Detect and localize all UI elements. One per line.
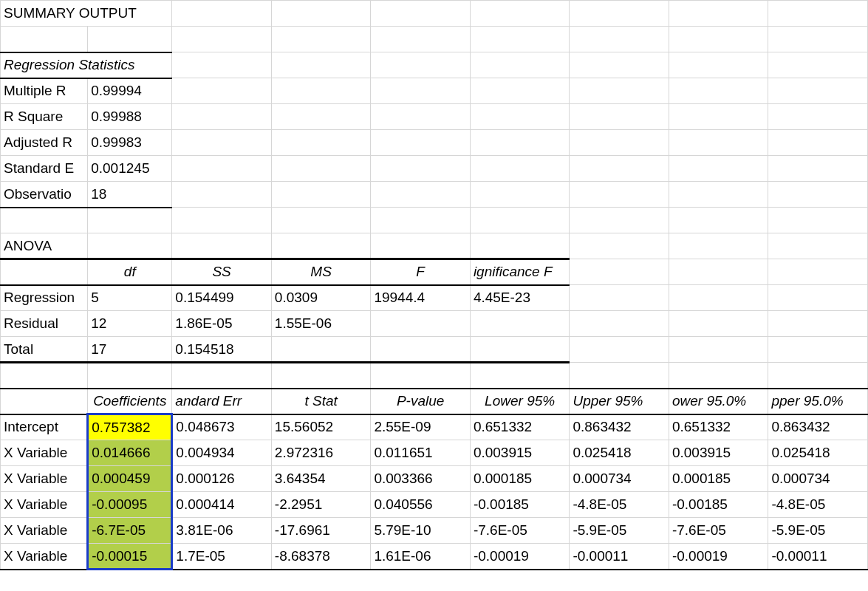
coef-cell: 0.004934: [172, 440, 272, 466]
coef-cell: 0.000185: [470, 466, 570, 492]
anova-cell: 19944.4: [371, 285, 471, 311]
coef-cell[interactable]: -6.7E-05: [88, 518, 172, 544]
coef-cell: -5.9E-05: [570, 518, 669, 544]
coef-row-label: X Variable: [1, 466, 88, 492]
coef-cell: 0.025418: [768, 440, 868, 466]
anova-header-ss: SS: [172, 259, 272, 285]
regstats-label: Multiple R: [1, 78, 88, 104]
coef-header-p: P-value: [371, 389, 471, 414]
coef-cell: 5.79E-10: [371, 518, 471, 544]
coef-cell: 2.55E-09: [371, 414, 471, 440]
anova-cell: [470, 337, 570, 363]
coef-row-label: X Variable: [1, 544, 88, 570]
anova-cell: [371, 337, 471, 363]
coef-cell: 1.7E-05: [172, 544, 272, 570]
anova-header-f: F: [371, 259, 471, 285]
coef-cell: 0.000734: [768, 466, 868, 492]
coef-cell[interactable]: 0.757382: [88, 414, 172, 440]
coef-header-l95: Lower 95%: [470, 389, 570, 414]
anova-cell: 0.154499: [172, 285, 272, 311]
coef-cell: -4.8E-05: [768, 492, 868, 518]
coef-cell: 0.863432: [768, 414, 868, 440]
regstats-value: 0.99983: [88, 130, 172, 156]
coef-cell[interactable]: -0.00015: [88, 544, 172, 570]
coef-cell: -4.8E-05: [570, 492, 669, 518]
coef-cell: 0.651332: [669, 414, 768, 440]
coef-cell: 3.81E-06: [172, 518, 272, 544]
regstats-value: 0.001245: [88, 156, 172, 182]
coef-cell[interactable]: 0.014666: [88, 440, 172, 466]
regstats-label: Observatio: [1, 182, 88, 208]
coef-cell: -0.00019: [669, 544, 768, 570]
coef-cell: 0.048673: [172, 414, 272, 440]
anova-row-label: Total: [1, 337, 88, 363]
coef-cell: -0.00185: [470, 492, 570, 518]
coef-header-coef: Coefficients: [88, 389, 172, 414]
coef-cell: 0.003915: [669, 440, 768, 466]
anova-header-sigf: ignificance F: [470, 259, 570, 285]
anova-title: ANOVA: [1, 233, 88, 259]
anova-cell: [470, 311, 570, 337]
coef-cell: -8.68378: [271, 544, 371, 570]
coef-cell: 1.61E-06: [371, 544, 471, 570]
summary-title: SUMMARY OUTPUT: [1, 1, 172, 27]
regstats-label: Adjusted R: [1, 130, 88, 156]
anova-cell: 1.55E-06: [271, 311, 371, 337]
coef-row-label: X Variable: [1, 518, 88, 544]
regression-output-table: SUMMARY OUTPUT Regression Statistics Mul…: [0, 0, 868, 570]
coef-cell: -5.9E-05: [768, 518, 868, 544]
coef-header-se: andard Err: [172, 389, 272, 414]
coef-header-l95b: ower 95.0%: [669, 389, 768, 414]
anova-cell: [371, 311, 471, 337]
coef-cell: -2.2951: [271, 492, 371, 518]
coef-cell: -0.00019: [470, 544, 570, 570]
coef-cell: 0.000414: [172, 492, 272, 518]
coef-cell: 0.000126: [172, 466, 272, 492]
coef-row-label: Intercept: [1, 414, 88, 440]
regstats-header: Regression Statistics: [1, 52, 172, 78]
coef-cell: 0.011651: [371, 440, 471, 466]
coef-cell: -7.6E-05: [470, 518, 570, 544]
regstats-value: 18: [88, 182, 172, 208]
coef-cell: -17.6961: [271, 518, 371, 544]
anova-header-df: df: [88, 259, 172, 285]
coef-cell[interactable]: -0.00095: [88, 492, 172, 518]
coef-cell: 3.64354: [271, 466, 371, 492]
coef-cell: 15.56052: [271, 414, 371, 440]
coef-cell: 0.863432: [570, 414, 669, 440]
anova-cell: 0.0309: [271, 285, 371, 311]
anova-row-label: Residual: [1, 311, 88, 337]
coef-header-u95b: pper 95.0%: [768, 389, 868, 414]
anova-cell: 5: [88, 285, 172, 311]
coef-cell: 0.003915: [470, 440, 570, 466]
coef-cell: 0.025418: [570, 440, 669, 466]
anova-cell: 0.154518: [172, 337, 272, 363]
regstats-label: Standard E: [1, 156, 88, 182]
coef-cell: 0.003366: [371, 466, 471, 492]
anova-cell: 12: [88, 311, 172, 337]
coef-cell: 0.651332: [470, 414, 570, 440]
coef-cell: 0.040556: [371, 492, 471, 518]
coef-cell: 2.972316: [271, 440, 371, 466]
regstats-value: 0.99994: [88, 78, 172, 104]
anova-cell: [271, 337, 371, 363]
coef-row-label: X Variable: [1, 440, 88, 466]
anova-cell: 1.86E-05: [172, 311, 272, 337]
coef-cell: -7.6E-05: [669, 518, 768, 544]
coef-cell: -0.00011: [768, 544, 868, 570]
anova-row-label: Regression: [1, 285, 88, 311]
coef-header-u95: Upper 95%: [570, 389, 669, 414]
coef-header-t: t Stat: [271, 389, 371, 414]
anova-cell: 17: [88, 337, 172, 363]
coef-cell[interactable]: 0.000459: [88, 466, 172, 492]
coef-cell: -0.00185: [669, 492, 768, 518]
regstats-label: R Square: [1, 104, 88, 130]
coef-cell: -0.00011: [570, 544, 669, 570]
anova-header-ms: MS: [271, 259, 371, 285]
coef-cell: 0.000734: [570, 466, 669, 492]
coef-row-label: X Variable: [1, 492, 88, 518]
coef-cell: 0.000185: [669, 466, 768, 492]
regstats-value: 0.99988: [88, 104, 172, 130]
anova-cell: 4.45E-23: [470, 285, 570, 311]
